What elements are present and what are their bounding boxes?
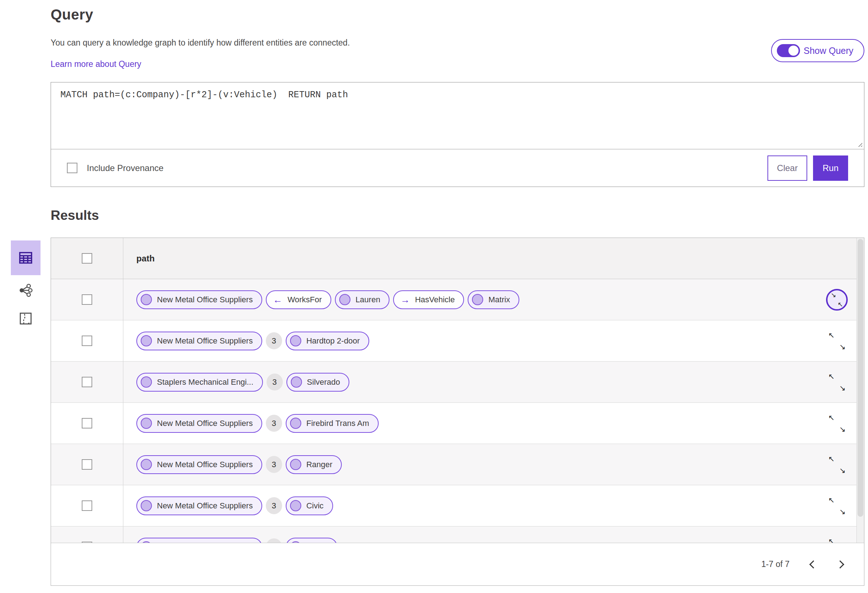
entity-pill[interactable]: Silverado xyxy=(286,373,350,392)
entity-pill[interactable]: Lauren xyxy=(335,291,390,309)
select-all-cell xyxy=(51,238,123,279)
results-view-switcher xyxy=(11,240,40,332)
tab-map-view[interactable] xyxy=(11,305,40,332)
run-button[interactable]: Run xyxy=(813,155,848,181)
entity-pill[interactable]: New Metal Office Suppliers xyxy=(136,414,262,433)
pill-label: Firebird Trans Am xyxy=(306,419,369,428)
row-expand-area: ↖↘ ↘↖ xyxy=(810,497,864,515)
collapse-row-button[interactable]: ↘↖ xyxy=(826,289,848,311)
table-scrollbar-thumb[interactable] xyxy=(858,239,863,517)
entity-pill[interactable]: Civic xyxy=(286,496,333,515)
entity-dot-icon xyxy=(141,294,152,305)
path-count-badge: 3 xyxy=(266,332,282,349)
show-query-label: Show Query xyxy=(804,46,853,56)
entity-dot-icon xyxy=(339,294,350,305)
pill-label: New Metal Office Suppliers xyxy=(157,295,253,304)
row-expand-area: ↖↘ ↘↖ xyxy=(810,415,864,432)
expand-row-icon[interactable]: ↖↘ xyxy=(828,373,846,391)
table-row: New Metal Office Suppliers3Firebird Tran… xyxy=(51,403,864,444)
expand-row-icon[interactable]: ↖↘ xyxy=(828,332,846,350)
map-icon xyxy=(18,311,33,326)
include-provenance-label: Include Provenance xyxy=(87,163,164,173)
row-checkbox[interactable] xyxy=(82,377,92,387)
query-input[interactable]: MATCH path=(c:Company)-[r*2]-(v:Vehicle)… xyxy=(51,83,864,149)
table-row: New Metal Office Suppliers←WorksForLaure… xyxy=(51,279,864,320)
expand-row-icon[interactable]: ↖↘ xyxy=(828,538,846,543)
pill-label: Silverado xyxy=(307,378,340,387)
row-checkbox[interactable] xyxy=(82,418,92,428)
page-description: You can query a knowledge graph to ident… xyxy=(51,38,864,48)
clear-button[interactable]: Clear xyxy=(768,155,807,181)
entity-pill[interactable]: Ranger xyxy=(286,455,342,474)
pill-label: Hardtop 2-door xyxy=(306,336,360,346)
row-path-cell: New Metal Office Suppliers3Civic xyxy=(123,496,810,515)
entity-pill[interactable]: Matrix xyxy=(468,291,520,309)
row-expand-area: ↖↘ ↘↖ xyxy=(810,373,864,391)
results-table: path New Metal Office Suppliers←WorksFor… xyxy=(51,237,864,586)
learn-more-link[interactable]: Learn more about Query xyxy=(51,59,142,69)
relationship-pill[interactable]: ←WorksFor xyxy=(266,291,331,309)
select-all-checkbox[interactable] xyxy=(82,253,92,264)
entity-pill[interactable]: New Metal Office Suppliers xyxy=(136,291,262,309)
row-checkbox-cell xyxy=(51,485,123,526)
row-checkbox[interactable] xyxy=(82,459,92,470)
entity-pill[interactable]: New Metal Office Suppliers xyxy=(136,496,262,515)
row-checkbox[interactable] xyxy=(82,500,92,511)
entity-pill[interactable]: New Metal Office Suppliers xyxy=(136,332,262,350)
pill-label: Civic xyxy=(306,501,324,510)
pill-label: New Metal Office Suppliers xyxy=(157,336,253,346)
chevron-left-icon[interactable] xyxy=(809,560,818,568)
entity-dot-icon xyxy=(290,417,301,429)
entity-pill[interactable]: Hardtop 2-door xyxy=(286,332,369,350)
row-checkbox-cell xyxy=(51,444,123,485)
pagination-bar: 1-7 of 7 xyxy=(51,543,864,586)
expand-row-icon[interactable]: ↖↘ xyxy=(828,415,846,432)
table-scrollbar[interactable] xyxy=(856,238,864,543)
query-panel-footer: Include Provenance Clear Run xyxy=(51,149,864,187)
pill-label: Lauren xyxy=(356,295,381,304)
row-checkbox-cell xyxy=(51,279,123,320)
row-path-cell: New Metal Office Suppliers3Matrix xyxy=(123,538,810,543)
entity-dot-icon xyxy=(472,294,483,305)
toggle-switch-icon[interactable] xyxy=(777,44,800,57)
results-heading: Results xyxy=(51,208,864,223)
entity-pill[interactable]: New Metal Office Suppliers xyxy=(136,538,262,543)
expand-row-icon[interactable]: ↖↘ xyxy=(828,456,846,473)
path-count-badge: 3 xyxy=(266,538,282,543)
row-checkbox[interactable] xyxy=(82,294,92,305)
row-path-cell: New Metal Office Suppliers3Ranger xyxy=(123,455,810,474)
row-expand-area: ↖↘ ↘↖ xyxy=(810,332,864,350)
row-checkbox-cell xyxy=(51,403,123,444)
entity-dot-icon xyxy=(290,459,301,470)
pill-label: New Metal Office Suppliers xyxy=(157,460,253,469)
tab-link-chart-view[interactable] xyxy=(11,277,40,303)
toggle-knob xyxy=(788,46,799,56)
entity-dot-icon xyxy=(141,376,152,388)
entity-pill[interactable]: Staplers Mechanical Engi... xyxy=(136,373,263,392)
row-path-cell: Staplers Mechanical Engi...3Silverado xyxy=(123,373,810,392)
pill-label: Staplers Mechanical Engi... xyxy=(157,378,254,387)
expand-row-icon[interactable]: ↖↘ xyxy=(828,497,846,515)
row-checkbox[interactable] xyxy=(82,336,92,346)
show-query-toggle[interactable]: Show Query xyxy=(771,39,864,62)
chevron-right-icon[interactable] xyxy=(836,560,844,568)
relationship-pill[interactable]: →HasVehicle xyxy=(393,291,464,309)
link-chart-icon xyxy=(18,282,34,298)
entity-dot-icon xyxy=(141,335,152,347)
include-provenance-checkbox[interactable] xyxy=(67,163,77,173)
row-expand-area: ↖↘ ↘↖ xyxy=(810,456,864,473)
pagination-range-label: 1-7 of 7 xyxy=(761,559,790,569)
entity-pill[interactable]: Matrix xyxy=(286,538,337,543)
table-row: New Metal Office Suppliers3Hardtop 2-doo… xyxy=(51,320,864,361)
path-count-badge: 3 xyxy=(266,415,282,432)
entity-pill[interactable]: Firebird Trans Am xyxy=(286,414,379,433)
entity-pill[interactable]: New Metal Office Suppliers xyxy=(136,455,262,474)
tab-table-view[interactable] xyxy=(11,240,40,275)
entity-dot-icon xyxy=(141,417,152,429)
pill-label: Ranger xyxy=(306,460,332,469)
pill-label: Matrix xyxy=(488,295,510,304)
entity-dot-icon xyxy=(291,376,302,388)
query-panel: MATCH path=(c:Company)-[r*2]-(v:Vehicle)… xyxy=(51,82,864,187)
arrow-right-icon: → xyxy=(400,295,410,304)
path-count-badge: 3 xyxy=(267,373,283,391)
